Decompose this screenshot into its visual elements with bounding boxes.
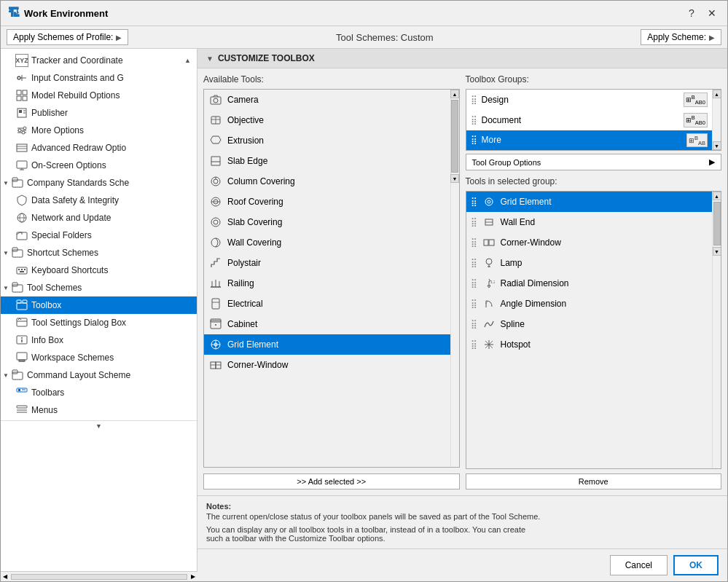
- ok-button[interactable]: OK: [673, 555, 719, 575]
- selected-tools-scroll[interactable]: ⣿ Grid Element ⣿: [466, 192, 713, 468]
- close-button[interactable]: ✕: [704, 5, 720, 21]
- selected-tool-corner-window[interactable]: ⣿ Corner-Window: [466, 232, 713, 253]
- tools-vscroll[interactable]: ▲ ▼: [450, 90, 459, 467]
- sidebar-item-command-layout[interactable]: ▼ Command Layout Scheme: [1, 366, 197, 384]
- svg-point-66: [214, 179, 218, 184]
- tool-item-wall-covering[interactable]: Wall Covering: [204, 232, 450, 253]
- groups-scroll-down-btn[interactable]: ▼: [713, 141, 721, 150]
- apply-schemes-button[interactable]: Apply Schemes of Profile: ▶: [7, 29, 128, 45]
- svg-rect-34: [24, 269, 26, 270]
- remove-button[interactable]: Remove: [466, 473, 722, 489]
- notes-line1: The current open/close status of your to…: [206, 512, 719, 521]
- sidebar-item-toolbox[interactable]: Toolbox: [1, 296, 197, 314]
- sidebar-item-company-standards[interactable]: ▼ Company Standards Sche: [1, 174, 197, 192]
- sel-scroll-down-btn[interactable]: ▼: [713, 247, 721, 256]
- network-icon: [15, 211, 28, 224]
- add-selected-button[interactable]: >> Add selected >>: [203, 473, 460, 489]
- company-expand-icon: ▼: [1, 178, 11, 188]
- tool-item-column-covering[interactable]: Column Covering: [204, 171, 450, 192]
- input-constraints-icon: [15, 71, 28, 84]
- tool-item-electrical[interactable]: Electrical: [204, 294, 450, 314]
- svg-point-97: [486, 259, 492, 264]
- sel-lamp-drag-icon: ⣿: [471, 258, 477, 268]
- sidebar-item-menus[interactable]: Menus: [1, 401, 197, 419]
- groups-list: ⣿ Design ⊞BAB0 ⣿ Document ⊞BAB0: [466, 90, 713, 150]
- groups-scroll-up-btn[interactable]: ▲: [713, 90, 721, 98]
- app-icon: 🏗: [8, 7, 20, 20]
- sel-scroll-up-btn[interactable]: ▲: [713, 192, 721, 200]
- tool-item-objective[interactable]: Objective: [204, 110, 450, 130]
- sidebar-publisher-label: Publisher: [31, 108, 68, 118]
- sidebar-item-toolbars[interactable]: Toolbars: [1, 384, 197, 401]
- svg-rect-31: [17, 267, 27, 274]
- selected-tool-radial-dim[interactable]: ⣿ 1.2 Radial Dimension: [466, 273, 713, 294]
- cancel-button[interactable]: Cancel: [610, 555, 668, 575]
- svg-rect-8: [19, 110, 22, 113]
- apply-scheme-button[interactable]: Apply Scheme: ▶: [641, 29, 721, 45]
- tool-group-options-button[interactable]: Tool Group Options ▶: [466, 154, 722, 170]
- sidebar-item-shortcut-schemes[interactable]: ▼ Shortcut Schemes: [1, 244, 197, 261]
- tools-scroll-up-btn[interactable]: ▲: [450, 90, 459, 98]
- slab-covering-icon: [208, 215, 223, 229]
- sidebar-item-more-options[interactable]: More Options: [1, 122, 197, 139]
- sidebar-item-advanced-redraw[interactable]: Advanced Redraw Optio: [1, 139, 197, 157]
- sidebar-item-input-constraints[interactable]: Input Constraints and G: [1, 69, 197, 87]
- sidebar-item-tool-schemes[interactable]: ▼ Tool Schemes: [1, 279, 197, 296]
- command-layout-icon: [11, 369, 24, 382]
- customize-collapse-icon[interactable]: ▼: [206, 55, 214, 63]
- notes-section: Notes: The current open/close status of …: [197, 495, 727, 548]
- electrical-icon: [208, 296, 223, 311]
- camera-icon: [208, 93, 223, 107]
- groups-vscroll[interactable]: ▲ ▼: [712, 90, 721, 150]
- tool-item-slab-covering[interactable]: Slab Covering: [204, 212, 450, 232]
- sidebar-hscroll[interactable]: ◀ ▶: [1, 571, 197, 581]
- sidebar-item-tracker[interactable]: XYZ Tracker and Coordinate ▲: [1, 52, 197, 69]
- svg-rect-20: [17, 161, 27, 168]
- sidebar-item-data-safety[interactable]: Data Safety & Integrity: [1, 192, 197, 209]
- sidebar-item-model-rebuild[interactable]: Model Rebuild Options: [1, 87, 197, 104]
- group-item-document[interactable]: ⣿ Document ⊞BAB0: [466, 110, 713, 130]
- tool-camera-label: Camera: [227, 95, 259, 105]
- tool-item-railing[interactable]: Railing: [204, 273, 450, 294]
- sidebar-item-special-folders[interactable]: Special Folders: [1, 227, 197, 244]
- selected-tool-lamp[interactable]: ⣿ Lamp: [466, 253, 713, 273]
- tool-item-camera[interactable]: Camera: [204, 90, 450, 110]
- sidebar-wrapper: XYZ Tracker and Coordinate ▲ Input Const…: [1, 49, 197, 581]
- tool-item-extrusion[interactable]: Extrusion: [204, 130, 450, 151]
- svg-point-14: [23, 127, 26, 130]
- svg-rect-6: [23, 96, 27, 101]
- sidebar-item-keyboard-shortcuts[interactable]: Keyboard Shortcuts: [1, 261, 197, 279]
- column-covering-icon: [208, 174, 223, 189]
- tools-scroll-area[interactable]: Camera Objective: [204, 90, 450, 467]
- sidebar-input-label: Input Constraints and G: [31, 73, 124, 83]
- tool-item-roof-covering[interactable]: Roof Covering: [204, 192, 450, 212]
- sel-tools-vscroll[interactable]: ▲ ▼: [712, 192, 721, 468]
- sidebar-item-on-screen[interactable]: On-Screen Options: [1, 157, 197, 174]
- tool-item-cabinet[interactable]: Cabinet: [204, 314, 450, 334]
- sidebar-item-publisher[interactable]: Publisher: [1, 104, 197, 122]
- sidebar-item-tool-settings[interactable]: Tool Settings Dialog Box: [1, 314, 197, 331]
- selected-tool-hotspot[interactable]: ⣿ Hotspot: [466, 334, 713, 355]
- sidebar-menus-label: Menus: [31, 405, 58, 415]
- selected-tool-wall-end[interactable]: ⣿ Wall End: [466, 212, 713, 232]
- sel-radial-dim-icon: 1.2: [482, 276, 496, 291]
- sidebar-item-info-box[interactable]: Info Box: [1, 331, 197, 349]
- sidebar-scroll-down-icon: ▼: [95, 422, 102, 430]
- sidebar-item-workspace-schemes[interactable]: Workspace Schemes: [1, 349, 197, 366]
- selected-tool-grid-element[interactable]: ⣿ Grid Element: [466, 192, 713, 212]
- group-item-more[interactable]: ⣿ More ⊞BAB: [466, 130, 713, 151]
- help-button[interactable]: ?: [684, 5, 700, 21]
- group-item-design[interactable]: ⣿ Design ⊞BAB0: [466, 90, 713, 110]
- sel-lamp-label: Lamp: [501, 258, 522, 268]
- tool-item-slab-edge[interactable]: Slab Edge: [204, 151, 450, 171]
- tool-extrusion-label: Extrusion: [227, 135, 264, 146]
- tool-item-polystair[interactable]: Polystair: [204, 253, 450, 273]
- tools-scroll-down-btn[interactable]: ▼: [450, 174, 459, 183]
- selected-tool-spline[interactable]: ⣿ Spline: [466, 314, 713, 334]
- svg-rect-39: [17, 300, 21, 303]
- tool-item-grid-element[interactable]: Grid Element: [204, 334, 450, 355]
- tool-item-corner-window[interactable]: Corner-Window: [204, 355, 450, 375]
- notes-line2: You can display any or all toolbox tools…: [206, 525, 719, 534]
- selected-tool-angle-dim[interactable]: ⣿ Angle Dimension: [466, 294, 713, 314]
- sidebar-item-network[interactable]: Network and Update: [1, 209, 197, 227]
